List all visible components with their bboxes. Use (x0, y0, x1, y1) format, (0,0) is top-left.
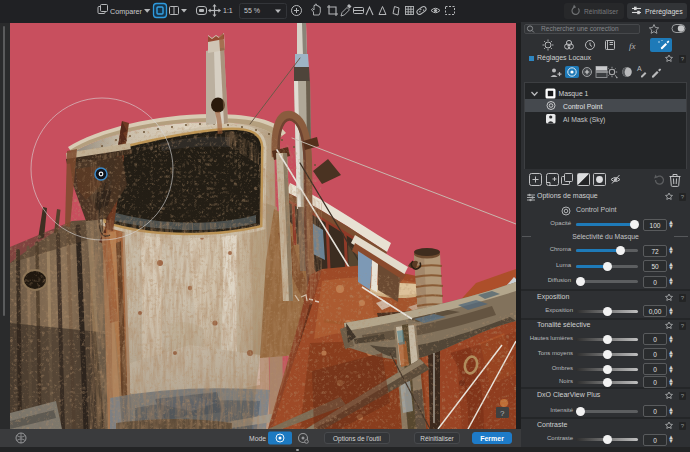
svg-text:Comparer: Comparer (110, 7, 143, 16)
svg-text:Réinitialiser: Réinitialiser (584, 8, 619, 15)
svg-text:Mode: Mode (249, 435, 266, 442)
svg-text:55 %: 55 % (244, 7, 260, 14)
svg-text:A: A (637, 65, 642, 72)
svg-text:fx: fx (629, 41, 636, 51)
svg-text:Préréglages: Préréglages (645, 8, 683, 16)
svg-text:1:1: 1:1 (223, 7, 233, 14)
svg-text:?: ? (500, 409, 505, 418)
